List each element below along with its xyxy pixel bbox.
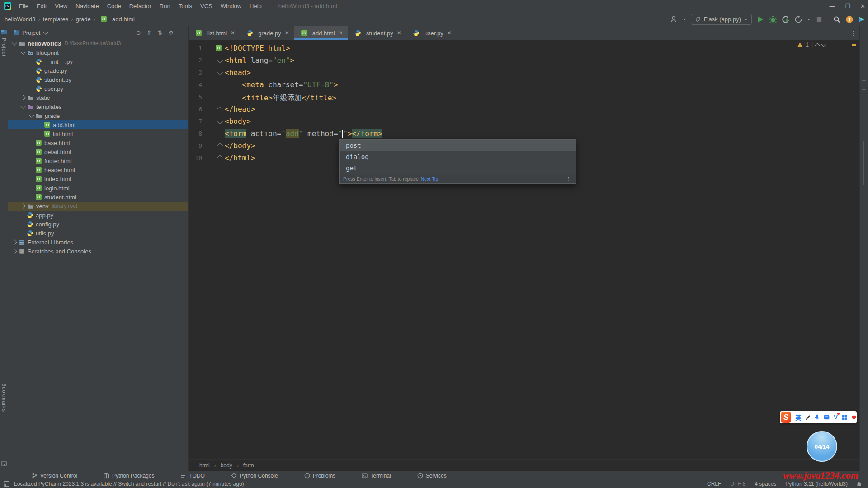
tree-chevron-icon[interactable] (20, 49, 25, 54)
maximize-icon[interactable]: ❐ (845, 3, 850, 9)
ide-update-icon[interactable] (845, 15, 854, 23)
tree-item-grade[interactable]: grade (8, 111, 188, 120)
expand-all-icon[interactable]: ⇅ (157, 29, 162, 36)
code-line-5[interactable]: 5 <title>年级添加</title> (189, 91, 860, 103)
collapse-all-icon[interactable]: ⇑ (147, 29, 152, 36)
editor-breadcrumb-body[interactable]: body (221, 462, 232, 469)
tree-item-base-html[interactable]: base.html (8, 138, 188, 147)
close-icon[interactable]: ✕ (860, 3, 865, 9)
menu-view[interactable]: View (51, 3, 71, 9)
ime-v-icon[interactable]: V (834, 414, 838, 421)
hide-panel-icon[interactable]: — (179, 29, 185, 36)
panel-settings-icon[interactable]: ⚙ (168, 29, 174, 36)
completion-next-tip-link[interactable]: Next Tip (421, 176, 439, 182)
code-area[interactable]: 1<!DOCTYPE html>2<html lang="en">3<head>… (189, 40, 860, 459)
menu-window[interactable]: Window (217, 3, 245, 9)
tree-item-list-html[interactable]: list.html (8, 129, 188, 138)
status-lock-icon[interactable] (857, 481, 862, 487)
project-stripe-label[interactable]: Project (1, 38, 7, 56)
timer-badge[interactable]: 04/14 (807, 431, 837, 462)
right-stripe-scroll-thumb[interactable] (863, 141, 864, 185)
code-line-4[interactable]: 4 <meta charset="UTF-8"> (189, 79, 860, 91)
completion-item-post[interactable]: post (340, 140, 576, 151)
prev-warning-icon[interactable] (815, 43, 820, 48)
tree-item-blueprint[interactable]: blueprint (8, 48, 188, 57)
editor-breadcrumb-form[interactable]: form (243, 462, 254, 469)
tree-item-index-html[interactable]: index.html (8, 174, 188, 183)
tree-chevron-icon[interactable] (29, 113, 34, 117)
ime-language-icon[interactable]: 英 (795, 413, 801, 422)
debug-button[interactable] (769, 15, 777, 23)
tree-item-venv[interactable]: venvlibrary root (8, 202, 188, 211)
fold-up-icon[interactable] (217, 155, 223, 161)
project-header-caret-icon[interactable] (43, 29, 48, 34)
editor-breadcrumb-html[interactable]: html (199, 462, 210, 469)
tabbar-options-icon[interactable]: ⋮ (847, 26, 860, 40)
minimize-icon[interactable]: — (829, 3, 835, 9)
fold-up-icon[interactable] (217, 143, 223, 149)
menu-vcs[interactable]: VCS (196, 3, 217, 9)
code-line-7[interactable]: 7<body> (189, 115, 860, 127)
tree-chevron-icon[interactable] (20, 95, 25, 100)
tab-close-icon[interactable]: ✕ (231, 30, 235, 36)
code-line-6[interactable]: 6</head> (189, 103, 860, 115)
tree-chevron-icon[interactable] (20, 203, 25, 208)
tree-item-footer-html[interactable]: footer.html (8, 156, 188, 165)
menu-refactor[interactable]: Refactor (125, 3, 156, 9)
fold-down-icon[interactable] (217, 57, 223, 63)
code-line-1[interactable]: 1<!DOCTYPE html> (189, 42, 860, 54)
breadcrumb-item[interactable]: helloWorld3 (5, 16, 35, 23)
project-toolwindow-icon[interactable] (1, 29, 7, 35)
project-panel-title[interactable]: Project (22, 29, 40, 36)
tree-item-login-html[interactable]: login.html (8, 183, 188, 192)
menu-run[interactable]: Run (156, 3, 175, 9)
tree-item-templates[interactable]: templates (8, 102, 188, 111)
ime-more-icon[interactable] (851, 415, 857, 420)
tree-item-detail-html[interactable]: detail.html (8, 147, 188, 156)
tree-item-utils-py[interactable]: utils.py (8, 229, 188, 238)
tree-chevron-icon[interactable] (12, 249, 17, 253)
run-button[interactable] (756, 15, 764, 23)
scrollbar-warning-mark[interactable] (852, 44, 856, 46)
menu-navigate[interactable]: Navigate (71, 3, 103, 9)
tab-close-icon[interactable]: ✕ (397, 30, 401, 36)
tab-add-html[interactable]: add.html✕ (294, 26, 348, 40)
tab-list-html[interactable]: list.html✕ (189, 26, 240, 40)
misc-toolbar-icon[interactable] (858, 15, 866, 23)
menu-edit[interactable]: Edit (33, 3, 51, 9)
toolwindow-button-python-console[interactable]: Python Console (231, 473, 278, 479)
inspection-widget[interactable]: 1 | (797, 42, 826, 48)
ime-mic-icon[interactable] (815, 414, 820, 420)
tree-item-header-html[interactable]: header.html (8, 165, 188, 174)
breadcrumb-item[interactable]: grade (75, 16, 90, 23)
user-dropdown-icon[interactable] (670, 15, 678, 23)
toolwindow-button-version-control[interactable]: Version Control (32, 473, 77, 479)
next-warning-icon[interactable] (821, 42, 826, 47)
toolwindow-button-python-packages[interactable]: Python Packages (104, 473, 154, 479)
run-coverage-button[interactable] (782, 15, 790, 23)
tree-item-scratches-and-consoles[interactable]: Scratches and Consoles (8, 247, 188, 256)
status-widget-crlf[interactable]: CRLF (707, 481, 721, 487)
tree-item--init-py[interactable]: __init__.py (8, 57, 188, 66)
tab-close-icon[interactable]: ✕ (339, 30, 343, 36)
status-message[interactable]: Localized PyCharm 2023.1.3 is available … (14, 481, 244, 487)
completion-item-get[interactable]: get (340, 162, 576, 174)
tree-item-student-py[interactable]: student.py (8, 75, 188, 84)
status-widget-python-3-11-helloworld3-[interactable]: Python 3.11 (helloWorld3) (785, 481, 848, 487)
menu-code[interactable]: Code (103, 3, 125, 9)
completion-options-icon[interactable]: ⋮ (566, 176, 572, 182)
locate-icon[interactable]: ⊙ (136, 29, 141, 36)
tree-item-helloworld3[interactable]: helloWorld3D:\flaskPro\helloWorld3 (8, 39, 188, 48)
tree-item-student-html[interactable]: student.html (8, 192, 188, 202)
tree-item-grade-py[interactable]: grade.py (8, 66, 188, 75)
profiler-button[interactable] (794, 15, 802, 23)
toolwindow-button-services[interactable]: Services (417, 473, 447, 479)
breadcrumb-item[interactable]: templates (43, 16, 68, 23)
toolwindow-button-terminal[interactable]: Terminal (362, 473, 391, 479)
menu-help[interactable]: Help (245, 3, 266, 9)
tree-item-static[interactable]: static (8, 93, 188, 102)
tab-close-icon[interactable]: ✕ (447, 30, 452, 36)
ime-panel-icon[interactable] (824, 415, 830, 420)
fold-down-icon[interactable] (217, 70, 223, 75)
fold-up-icon[interactable] (217, 106, 223, 112)
